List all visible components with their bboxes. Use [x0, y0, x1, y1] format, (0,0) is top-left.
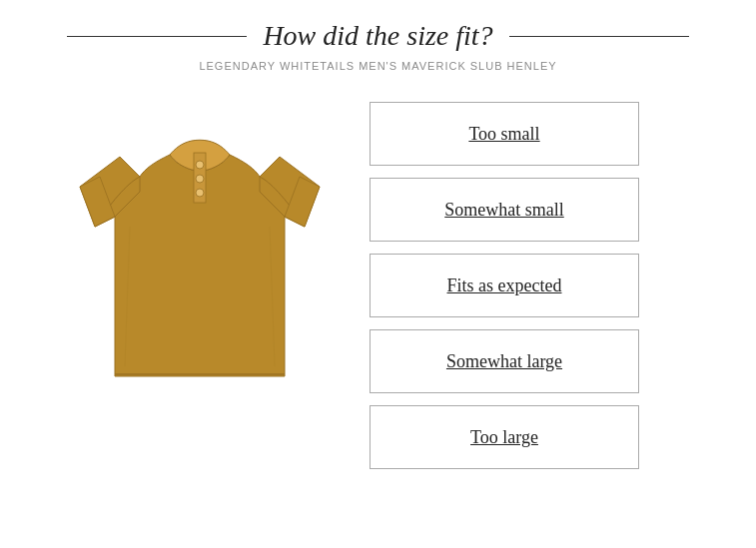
shirt-image-container: [60, 92, 340, 411]
product-subtitle: LEGENDARY WHITETAILS MEN'S MAVERICK SLUB…: [199, 60, 556, 72]
size-option-somewhat-small[interactable]: Somewhat small: [370, 178, 639, 242]
svg-point-3: [196, 189, 204, 197]
svg-point-2: [196, 175, 204, 183]
size-option-somewhat-large[interactable]: Somewhat large: [370, 329, 639, 393]
main-content: Too smallSomewhat smallFits as expectedS…: [0, 92, 756, 469]
size-option-too-large[interactable]: Too large: [370, 405, 639, 469]
page-title: How did the size fit?: [263, 20, 492, 52]
size-option-too-small[interactable]: Too small: [370, 102, 639, 166]
shirt-image: [70, 97, 330, 406]
svg-point-1: [196, 161, 204, 169]
options-column: Too smallSomewhat smallFits as expectedS…: [370, 92, 696, 469]
header-line-left: [67, 36, 247, 37]
size-option-fits-as-expected[interactable]: Fits as expected: [370, 254, 639, 317]
header-line-right: [509, 36, 689, 37]
header-section: How did the size fit?: [0, 20, 756, 52]
